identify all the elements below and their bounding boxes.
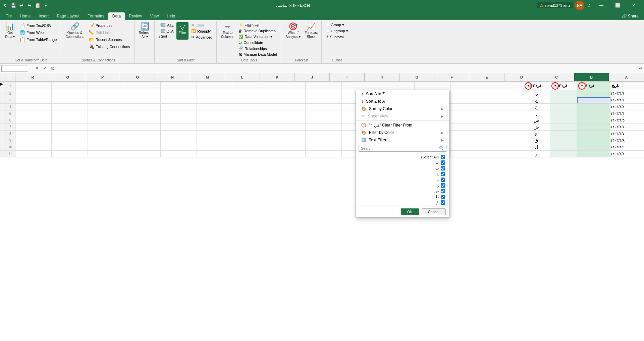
formula-input[interactable] [61,66,638,71]
grid-cell[interactable] [487,131,523,137]
relationships-button[interactable]: 🔗 Relationships [236,46,279,51]
col-header-c[interactable]: C [539,73,574,81]
header-g[interactable] [415,82,451,90]
grid-cell[interactable] [487,124,523,130]
grid-cell[interactable] [161,117,197,124]
grid-cell[interactable] [487,90,523,97]
filter-item-2[interactable]: ث [356,165,449,171]
cell-d[interactable]: و [523,151,550,157]
grid-cell[interactable] [197,110,233,117]
from-table-button[interactable]: 📋 From Table/Range [17,36,59,43]
header-k[interactable] [269,82,306,90]
grid-cell[interactable] [15,97,52,103]
grid-cell[interactable] [197,97,233,103]
grid-cell[interactable] [487,144,523,150]
cell-b[interactable] [577,137,610,144]
item-6-checkbox[interactable] [441,189,445,193]
grid-cell[interactable] [233,90,269,97]
get-data-button[interactable]: 📊 GetData ▾ [3,22,17,40]
header-n[interactable] [161,82,197,90]
sort-button[interactable]: ↕ Sort [157,34,176,39]
col-header-r[interactable]: R [15,73,50,81]
grid-cell[interactable] [15,104,52,110]
select-all-item[interactable]: (Select All) [356,154,449,160]
customize-toolbar-icon[interactable]: ▾ [43,3,48,8]
grid-cell[interactable] [124,117,160,124]
grid-cell[interactable] [124,104,160,110]
grid-cell[interactable] [451,144,487,150]
filter-search-input[interactable] [361,146,439,150]
col-header-g[interactable]: G [399,73,434,81]
ungroup-button[interactable]: ⊟ Ungroup ▾ [324,28,350,34]
save-icon[interactable]: 💾 [11,3,16,8]
tab-home[interactable]: Home [16,12,35,20]
header-f[interactable] [451,82,487,90]
grid-cell[interactable] [233,144,269,150]
grid-cell[interactable] [15,137,52,144]
from-web-button[interactable]: 🌐 From Web [17,29,59,36]
grid-cell[interactable] [451,104,487,110]
grid-cell[interactable] [161,131,197,137]
undo-icon[interactable]: ↩ [19,3,24,8]
grid-cell[interactable] [88,117,124,124]
header-a[interactable]: تاریخ [610,82,644,90]
grid-cell[interactable] [52,110,88,117]
grid-cell[interactable] [233,124,269,130]
grid-cell[interactable] [52,151,88,157]
cell-c[interactable] [550,137,577,144]
grid-cell[interactable] [124,97,160,103]
clear-button[interactable]: ✖ Clear [189,22,214,28]
col-header-o[interactable]: O [120,73,155,81]
item-3-checkbox[interactable] [441,172,445,176]
header-r[interactable] [15,82,52,90]
col-header-m[interactable]: M [190,73,225,81]
grid-cell[interactable] [269,131,306,137]
cell-a[interactable]: ۱۴۰۳/۴/۳ [610,104,644,110]
col-header-a[interactable]: A [609,73,644,81]
grid-cell[interactable] [233,151,269,157]
clear-filter-item[interactable]: 🚫 Clear Filter From "فرد ۲" [356,121,449,129]
cell-b[interactable] [577,117,610,124]
col-header-f[interactable]: F [434,73,469,81]
grid-cell[interactable] [15,144,52,150]
grid-cell[interactable] [451,131,487,137]
grid-cell[interactable] [269,97,306,103]
grid-cell[interactable] [306,117,342,124]
grid-cell[interactable] [487,117,523,124]
cell-d[interactable]: ج [523,97,550,103]
existing-connections-button[interactable]: 🔌 Existing Connections [87,43,132,50]
cell-b[interactable] [577,104,610,110]
grid-cell[interactable] [88,97,124,103]
grid-cell[interactable] [451,117,487,124]
grid-cell[interactable] [124,110,160,117]
tab-formulas[interactable]: Formulas [84,12,108,20]
cell-c[interactable] [550,131,577,137]
cell-a[interactable]: ۱۴۰۳/۴/۲ [610,97,644,103]
col-header-i[interactable]: I [330,73,365,81]
grid-cell[interactable] [306,90,342,97]
filter-item-5[interactable]: ژ [356,183,449,188]
avatar[interactable]: NA [575,1,584,10]
tab-file[interactable]: File [1,12,16,20]
queries-connections-button[interactable]: 🔗 Queries &Connections [64,22,86,40]
excel-logo-icon[interactable]: X [3,3,8,8]
filter-item-8[interactable]: ق [356,200,449,205]
text-to-columns-button[interactable]: ↔ Text toColumns [219,22,236,40]
grid-cell[interactable] [124,124,160,130]
grid-cell[interactable] [197,117,233,124]
grid-cell[interactable] [306,104,342,110]
col-header-h[interactable]: H [365,73,399,81]
cell-d[interactable]: ل [523,144,550,150]
grid-cell[interactable] [161,137,197,144]
cell-c[interactable] [550,144,577,150]
insert-function-button[interactable]: fx [49,65,55,71]
grid-cell[interactable] [124,137,160,144]
edit-links-button[interactable]: ✏️ Edit Links [87,29,132,36]
cell-b[interactable] [577,144,610,150]
grid-cell[interactable] [269,151,306,157]
cell-a[interactable]: ۱۴۰۳/۴/۶ [610,124,644,130]
tab-help[interactable]: Help [163,12,179,20]
cell-b[interactable] [577,151,610,157]
grid-cell[interactable] [197,131,233,137]
header-b[interactable]: فرد ۱ ▾ [577,82,610,90]
